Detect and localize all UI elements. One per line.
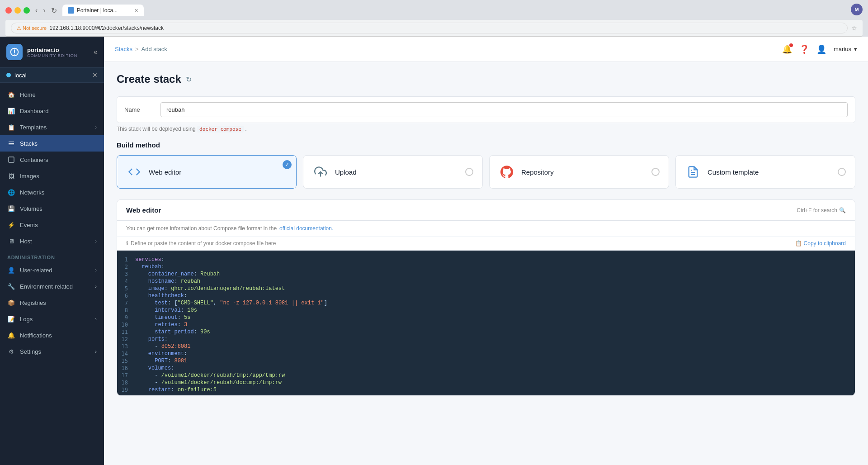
user-menu-chevron-icon: ▾ [854, 46, 857, 52]
sidebar-item-logs[interactable]: 📝 Logs › [0, 311, 104, 327]
sidebar-item-networks[interactable]: 🌐 Networks [0, 184, 104, 200]
host-icon: 🖥 [7, 237, 15, 245]
line-number: 13 [117, 343, 135, 350]
browser-tab[interactable]: Portainer | loca... ✕ [62, 5, 144, 16]
sidebar-item-volumes[interactable]: 💾 Volumes [0, 200, 104, 217]
topbar: Stacks > Add stack 🔔 ❓ 👤 marius ▾ [104, 37, 868, 62]
sidebar-item-dashboard[interactable]: 📊 Dashboard [0, 103, 104, 119]
sidebar-item-label-events: Events [20, 222, 38, 228]
settings-icon: ⚙ [7, 347, 15, 356]
line-content: - 8052:8081 [135, 343, 190, 350]
build-method-upload[interactable]: Upload [303, 155, 483, 189]
sidebar-item-label-home: Home [20, 91, 36, 98]
build-method-custom-template[interactable]: Custom template [675, 155, 855, 189]
sidebar-item-images[interactable]: 🖼 Images [0, 168, 104, 184]
logo-subtext: COMMUNITY EDITION [27, 53, 77, 58]
line-content: image: ghcr.io/dendianugerah/reubah:late… [135, 285, 285, 292]
copy-to-clipboard-btn[interactable]: 📋 Copy to clipboard [795, 240, 846, 247]
line-content: retries: 3 [135, 322, 187, 328]
line-content: reubah: [135, 264, 165, 270]
admin-section-label: Administration [0, 249, 104, 262]
env-selector[interactable]: local ✕ [0, 68, 104, 83]
line-number: 5 [117, 285, 135, 292]
line-content: start_period: 90s [135, 329, 210, 335]
volumes-icon: 💾 [7, 204, 15, 213]
upload-radio [465, 168, 473, 176]
build-methods-container: Web editor ✓ Upload [117, 155, 855, 189]
build-method-group: Build method Web editor ✓ [117, 141, 855, 189]
web-editor-panel: Web editor Ctrl+F for search 🔍 You can g… [117, 199, 855, 396]
sidebar-item-registries[interactable]: 📦 Registries [0, 294, 104, 311]
refresh-btn[interactable]: ↻ [186, 75, 192, 84]
sidebar-item-label-env-related: Environment-related [20, 283, 73, 290]
line-content: timeout: 5s [135, 314, 190, 321]
code-line: 2 reubah: [117, 263, 855, 270]
reload-btn[interactable]: ↻ [49, 5, 59, 16]
sidebar-item-home[interactable]: 🏠 Home [0, 86, 104, 103]
sidebar-item-user-related[interactable]: 👤 User-related › [0, 262, 104, 278]
user-profile-btn[interactable]: 👤 [816, 44, 826, 54]
sidebar-item-events[interactable]: ⚡ Events [0, 217, 104, 233]
sidebar-item-environment-related[interactable]: 🔧 Environment-related › [0, 278, 104, 294]
line-number: 8 [117, 307, 135, 313]
topbar-actions: 🔔 ❓ 👤 marius ▾ [782, 44, 857, 54]
sidebar-item-settings[interactable]: ⚙ Settings › [0, 343, 104, 360]
line-content: volumes: [135, 365, 174, 371]
sidebar-item-containers[interactable]: Containers [0, 152, 104, 168]
back-btn[interactable]: ‹ [33, 5, 39, 15]
custom-template-radio [838, 168, 846, 176]
sidebar-nav: 🏠 Home 📊 Dashboard 📋 Templates › Stacks [0, 83, 104, 465]
bookmark-btn[interactable]: ☆ [851, 24, 857, 32]
web-editor-icon [126, 164, 142, 180]
code-line: 7 test: ["CMD-SHELL", "nc -z 127.0.0.1 8… [117, 299, 855, 307]
not-secure-indicator: ⚠ Not secure [17, 25, 47, 31]
code-line: 18 - /volume1/docker/reubah/doctmp:/tmp:… [117, 379, 855, 386]
name-form-group: Name This stack will be deployed using d… [117, 96, 855, 132]
build-method-web-editor[interactable]: Web editor ✓ [117, 155, 297, 189]
ctrlf-hint: Ctrl+F for search 🔍 [797, 207, 846, 214]
host-chevron-icon: › [95, 238, 97, 244]
line-content: PORT: 8081 [135, 358, 187, 364]
sidebar-collapse-btn[interactable]: « [94, 48, 98, 56]
help-btn[interactable]: ❓ [799, 44, 809, 54]
build-method-repository[interactable]: Repository [489, 155, 669, 189]
forward-btn[interactable]: › [41, 5, 47, 15]
line-number: 1 [117, 256, 135, 263]
browser-close-btn[interactable] [5, 7, 12, 14]
sidebar-item-label-registries: Registries [20, 299, 46, 306]
user-menu[interactable]: marius ▾ [834, 46, 857, 52]
web-editor-header: Web editor Ctrl+F for search 🔍 [117, 200, 855, 221]
browser-min-btn[interactable] [14, 7, 21, 14]
sidebar-item-label-templates: Templates [20, 124, 47, 131]
code-editor[interactable]: 1services:2 reubah:3 container_name: Reu… [117, 251, 855, 395]
sidebar-item-templates[interactable]: 📋 Templates › [0, 119, 104, 135]
line-number: 7 [117, 300, 135, 306]
code-line: 13 - 8052:8081 [117, 343, 855, 350]
line-number: 9 [117, 314, 135, 321]
code-line: 5 image: ghcr.io/dendianugerah/reubah:la… [117, 285, 855, 292]
env-close-btn[interactable]: ✕ [92, 71, 98, 79]
breadcrumb-stacks-link[interactable]: Stacks [115, 46, 132, 52]
stacks-icon [7, 139, 15, 147]
stack-name-input[interactable] [160, 102, 848, 117]
dashboard-icon: 📊 [7, 107, 15, 115]
line-content: ports: [135, 336, 168, 342]
editor-define-hint: ℹ Define or paste the content of your do… [126, 240, 276, 247]
sidebar-item-notifications[interactable]: 🔔 Notifications [0, 327, 104, 343]
notifications-btn[interactable]: 🔔 [782, 44, 792, 54]
env-name: local [14, 72, 27, 79]
search-icon: 🔍 [839, 207, 846, 214]
editor-toolbar: ℹ Define or paste the content of your do… [117, 237, 855, 251]
profile-btn[interactable]: M [851, 4, 863, 15]
sidebar-item-label-notifications: Notifications [20, 332, 52, 339]
custom-template-label: Custom template [708, 168, 759, 176]
line-content: restart: on-failure:5 [135, 387, 217, 393]
sidebar-item-stacks[interactable]: Stacks [0, 135, 104, 152]
logo-text: portainer.io [27, 47, 77, 53]
tab-close-btn[interactable]: ✕ [134, 8, 138, 14]
sidebar-item-host[interactable]: 🖥 Host › [0, 233, 104, 249]
official-docs-link[interactable]: official documentation. [279, 225, 333, 232]
sidebar-item-label-networks: Networks [20, 189, 44, 196]
browser-max-btn[interactable] [24, 7, 30, 14]
svg-rect-0 [9, 157, 14, 162]
